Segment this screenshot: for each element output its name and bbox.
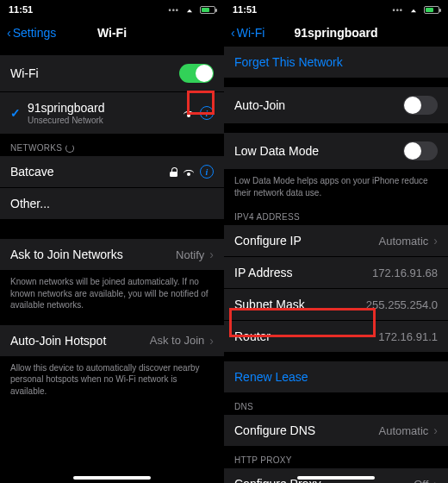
status-indicators <box>393 4 439 15</box>
lowdata-toggle[interactable] <box>403 141 438 160</box>
router-label: Router <box>234 329 271 343</box>
ask-footer: Known networks will be joined automatica… <box>0 271 224 317</box>
chevron-right-icon: › <box>209 248 214 261</box>
networks-header: NETWORKS <box>0 135 224 156</box>
wifi-master-toggle-row[interactable]: Wi-Fi <box>0 55 224 92</box>
router-value: 172.16.91.1 <box>378 330 438 343</box>
auto-join-row[interactable]: Auto-Join <box>224 87 448 124</box>
chevron-right-icon: › <box>209 334 214 348</box>
ask-value: Notify <box>176 248 204 261</box>
configure-ip-row[interactable]: Configure IP Automatic› <box>224 225 448 257</box>
network-row-batcave[interactable]: Batcave i <box>0 156 224 188</box>
back-button[interactable]: ‹ Wi-Fi <box>231 26 264 40</box>
chevron-right-icon: › <box>433 423 438 437</box>
forget-network-button[interactable]: Forget This Network <box>224 47 448 78</box>
network-ssid: Batcave <box>10 165 54 179</box>
wifi-label: Wi-Fi <box>10 66 39 80</box>
status-indicators <box>169 4 215 15</box>
back-label: Settings <box>13 26 57 40</box>
subnet-label: Subnet Mask <box>234 298 305 311</box>
wifi-signal-icon <box>183 167 195 176</box>
status-time: 11:51 <box>233 4 257 15</box>
home-indicator <box>73 476 151 480</box>
wifi-signal-icon <box>183 109 195 117</box>
hotspot-footer: Allow this device to automatically disco… <box>0 357 224 403</box>
lowdata-label: Low Data Mode <box>234 144 319 158</box>
configure-dns-label: Configure DNS <box>234 423 315 437</box>
nav-bar: ‹ Settings Wi-Fi <box>0 19 224 47</box>
info-icon[interactable]: i <box>200 106 214 120</box>
configure-ip-value: Automatic <box>379 235 429 248</box>
dns-header: DNS <box>224 393 448 415</box>
auto-join-hotspot-row[interactable]: Auto-Join Hotspot Ask to Join › <box>0 325 224 357</box>
autojoin-label: Auto-Join <box>234 98 285 112</box>
renew-label: Renew Lease <box>234 370 308 384</box>
current-network-row[interactable]: ✓ 91springboard Unsecured Network i <box>0 92 224 135</box>
hotspot-value: Ask to Join <box>150 334 205 347</box>
chevron-left-icon: ‹ <box>7 26 11 40</box>
status-bar: 11:51 <box>224 0 448 19</box>
ipv4-header: IPV4 ADDRESS <box>224 204 448 225</box>
router-row: Router 172.16.91.1 <box>224 321 448 353</box>
wifi-toggle[interactable] <box>179 64 214 83</box>
configure-dns-row[interactable]: Configure DNS Automatic› <box>224 415 448 447</box>
network-detail-screen: 11:51 ‹ Wi-Fi 91springboard Forget This … <box>224 0 448 483</box>
back-button[interactable]: ‹ Settings <box>7 26 56 40</box>
spinner-icon <box>65 144 74 153</box>
info-icon[interactable]: i <box>200 165 214 179</box>
configure-proxy-value: Off <box>414 478 428 484</box>
home-indicator <box>297 476 375 480</box>
status-bar: 11:51 <box>0 0 224 19</box>
back-label: Wi-Fi <box>237 26 265 40</box>
ip-value: 172.16.91.68 <box>372 267 438 279</box>
subnet-mask-row: Subnet Mask 255.255.254.0 <box>224 289 448 321</box>
ip-address-row: IP Address 172.16.91.68 <box>224 257 448 289</box>
low-data-mode-row[interactable]: Low Data Mode <box>224 133 448 170</box>
chevron-right-icon: › <box>433 477 438 483</box>
ip-label: IP Address <box>234 266 292 279</box>
wifi-settings-screen: 11:51 ‹ Settings Wi-Fi Wi-Fi ✓ 91springb… <box>0 0 224 483</box>
network-ssid: Other... <box>10 197 50 210</box>
proxy-header: HTTP PROXY <box>224 447 448 468</box>
checkmark-icon: ✓ <box>10 106 21 120</box>
lowdata-footer: Low Data Mode helps apps on your iPhone … <box>224 170 448 204</box>
chevron-right-icon: › <box>433 234 438 248</box>
autojoin-toggle[interactable] <box>403 96 438 115</box>
battery-icon <box>424 6 439 14</box>
configure-ip-label: Configure IP <box>234 234 302 248</box>
status-time: 11:51 <box>9 4 33 15</box>
lock-icon <box>170 167 177 177</box>
network-row-other[interactable]: Other... <box>0 188 224 220</box>
chevron-left-icon: ‹ <box>231 26 235 40</box>
battery-icon <box>200 6 215 14</box>
nav-bar: ‹ Wi-Fi 91springboard <box>224 19 448 47</box>
ask-to-join-row[interactable]: Ask to Join Networks Notify › <box>0 239 224 271</box>
subnet-value: 255.255.254.0 <box>366 298 438 311</box>
hotspot-label: Auto-Join Hotspot <box>10 334 106 348</box>
renew-lease-button[interactable]: Renew Lease <box>224 361 448 393</box>
configure-dns-value: Automatic <box>379 424 429 437</box>
ask-label: Ask to Join Networks <box>10 248 123 261</box>
current-ssid: 91springboard <box>28 101 105 115</box>
forget-label: Forget This Network <box>234 55 343 69</box>
current-subtitle: Unsecured Network <box>28 116 105 125</box>
